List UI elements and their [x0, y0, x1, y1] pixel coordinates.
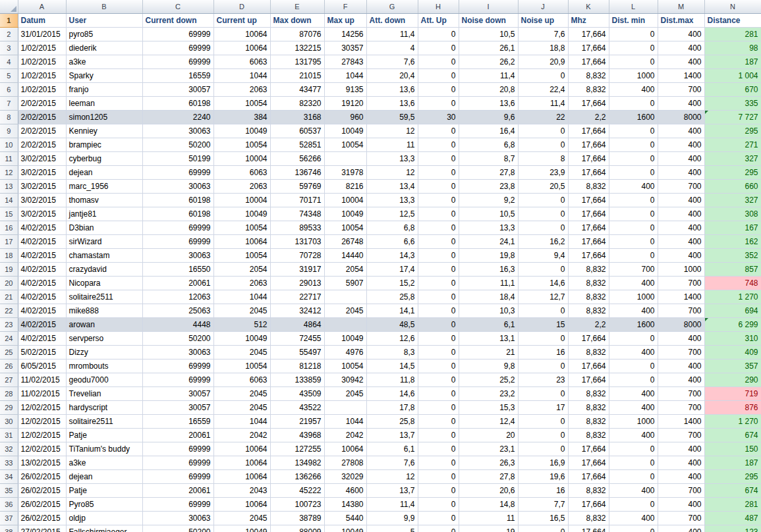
cell-N33[interactable]: 187: [704, 456, 761, 470]
cell-M23[interactable]: 8000: [658, 318, 704, 332]
cell-A22[interactable]: 4/02/2015: [18, 304, 66, 318]
cell-D26[interactable]: 10054: [213, 359, 270, 373]
cell-F34[interactable]: 32029: [324, 470, 366, 484]
cell-F26[interactable]: 10054: [324, 359, 366, 373]
row-header-1[interactable]: 1: [0, 14, 18, 28]
cell-B25[interactable]: Dizzy: [66, 346, 142, 359]
field-header-B[interactable]: User: [66, 14, 142, 28]
cell-K37[interactable]: 8,832: [568, 512, 609, 525]
cell-G4[interactable]: 7,6: [366, 55, 418, 69]
cell-B6[interactable]: franjo: [66, 83, 142, 97]
cell-N32[interactable]: 150: [704, 442, 761, 456]
cell-L37[interactable]: 400: [609, 512, 658, 525]
cell-E2[interactable]: 87076: [270, 28, 324, 41]
cell-F32[interactable]: 10064: [324, 442, 366, 456]
cell-C14[interactable]: 60198: [142, 194, 213, 207]
cell-A12[interactable]: 3/02/2015: [18, 166, 66, 180]
cell-D24[interactable]: 10049: [213, 332, 270, 346]
field-header-K[interactable]: Mhz: [568, 14, 609, 28]
cell-H4[interactable]: 0: [418, 55, 459, 69]
row-header-36[interactable]: 36: [0, 498, 18, 512]
cell-E38[interactable]: 88009: [270, 525, 324, 532]
cell-I2[interactable]: 10,5: [459, 28, 518, 41]
field-header-H[interactable]: Att. Up: [418, 14, 459, 28]
cell-A2[interactable]: 31/01/2015: [18, 28, 66, 41]
cell-K32[interactable]: 17,664: [568, 442, 609, 456]
cell-A31[interactable]: 12/02/2015: [18, 429, 66, 442]
cell-H10[interactable]: 0: [418, 138, 459, 152]
cell-K4[interactable]: 17,664: [568, 55, 609, 69]
cell-G33[interactable]: 7,6: [366, 456, 418, 470]
cell-M38[interactable]: 400: [658, 525, 704, 532]
row-header-13[interactable]: 13: [0, 180, 18, 194]
cell-A10[interactable]: 2/02/2015: [18, 138, 66, 152]
row-header-32[interactable]: 32: [0, 442, 18, 456]
cell-D18[interactable]: 10054: [213, 249, 270, 263]
cell-N13[interactable]: 660: [704, 180, 761, 194]
cell-K5[interactable]: 8,832: [568, 69, 609, 83]
cell-K34[interactable]: 17,664: [568, 470, 609, 484]
cell-B29[interactable]: hardyscript: [66, 401, 142, 415]
cell-B2[interactable]: pyro85: [66, 28, 142, 41]
cell-C11[interactable]: 50199: [142, 152, 213, 166]
cell-C21[interactable]: 12063: [142, 290, 213, 304]
cell-K9[interactable]: 17,664: [568, 124, 609, 138]
cell-H13[interactable]: 0: [418, 180, 459, 194]
column-header-D[interactable]: D: [213, 0, 270, 14]
cell-I37[interactable]: 11: [459, 512, 518, 525]
cell-F16[interactable]: 10054: [324, 221, 366, 235]
cell-E15[interactable]: 74348: [270, 207, 324, 221]
column-header-J[interactable]: J: [518, 0, 568, 14]
cell-L5[interactable]: 1000: [609, 69, 658, 83]
cell-I21[interactable]: 18,4: [459, 290, 518, 304]
cell-K16[interactable]: 17,664: [568, 221, 609, 235]
cell-I17[interactable]: 24,1: [459, 235, 518, 249]
cell-C19[interactable]: 16550: [142, 263, 213, 277]
cell-D17[interactable]: 10064: [213, 235, 270, 249]
cell-H17[interactable]: 0: [418, 235, 459, 249]
cell-D3[interactable]: 10064: [213, 41, 270, 55]
cell-A37[interactable]: 26/02/2015: [18, 512, 66, 525]
cell-E4[interactable]: 131795: [270, 55, 324, 69]
cell-I34[interactable]: 27,8: [459, 470, 518, 484]
column-header-C[interactable]: C: [142, 0, 213, 14]
cell-C36[interactable]: 69999: [142, 498, 213, 512]
field-header-M[interactable]: Dist.max: [658, 14, 704, 28]
cell-J13[interactable]: 20,5: [518, 180, 568, 194]
cell-E33[interactable]: 134982: [270, 456, 324, 470]
cell-J38[interactable]: 0: [518, 525, 568, 532]
cell-A19[interactable]: 4/02/2015: [18, 263, 66, 277]
cell-E9[interactable]: 60537: [270, 124, 324, 138]
cell-N18[interactable]: 352: [704, 249, 761, 263]
cell-E22[interactable]: 32412: [270, 304, 324, 318]
cell-E24[interactable]: 72455: [270, 332, 324, 346]
cell-B38[interactable]: Fallschirmjaeger: [66, 525, 142, 532]
row-header-25[interactable]: 25: [0, 346, 18, 359]
cell-C28[interactable]: 30057: [142, 387, 213, 401]
cell-C30[interactable]: 16559: [142, 415, 213, 429]
cell-I26[interactable]: 9,8: [459, 359, 518, 373]
cell-K13[interactable]: 8,832: [568, 180, 609, 194]
cell-A16[interactable]: 4/02/2015: [18, 221, 66, 235]
cell-G8[interactable]: 59,5: [366, 111, 418, 124]
cell-M31[interactable]: 700: [658, 429, 704, 442]
cell-L35[interactable]: 400: [609, 484, 658, 498]
cell-J6[interactable]: 22,4: [518, 83, 568, 97]
cell-B21[interactable]: solitaire2511: [66, 290, 142, 304]
cell-M7[interactable]: 400: [658, 97, 704, 111]
cell-B37[interactable]: oldjp: [66, 512, 142, 525]
cell-N38[interactable]: 123: [704, 525, 761, 532]
cell-J33[interactable]: 16,9: [518, 456, 568, 470]
cell-N36[interactable]: 281: [704, 498, 761, 512]
cell-D8[interactable]: 384: [213, 111, 270, 124]
cell-C4[interactable]: 69999: [142, 55, 213, 69]
cell-G12[interactable]: 12: [366, 166, 418, 180]
cell-J27[interactable]: 23: [518, 373, 568, 387]
cell-H16[interactable]: 0: [418, 221, 459, 235]
cell-F9[interactable]: 10049: [324, 124, 366, 138]
cell-E17[interactable]: 131703: [270, 235, 324, 249]
cell-L12[interactable]: 0: [609, 166, 658, 180]
cell-J19[interactable]: 0: [518, 263, 568, 277]
cell-I32[interactable]: 23,1: [459, 442, 518, 456]
cell-F29[interactable]: [324, 401, 366, 415]
